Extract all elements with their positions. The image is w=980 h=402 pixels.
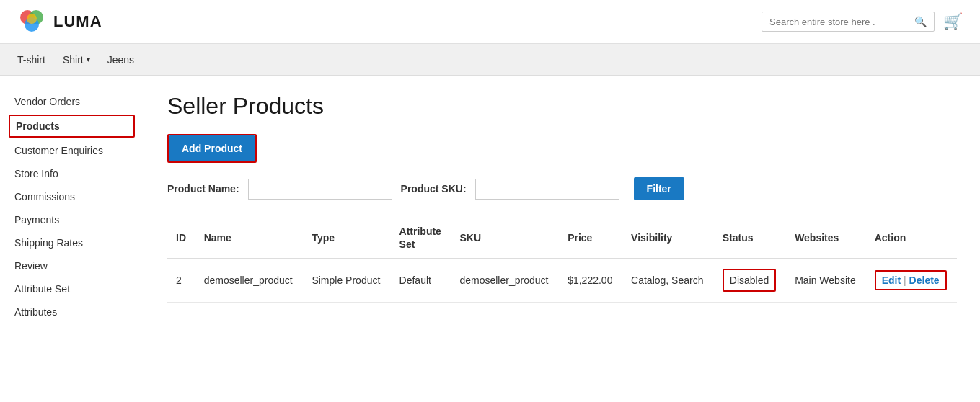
cell-type: Simple Product [303, 259, 390, 303]
products-table: ID Name Type AttributeSet SKU Price Visi… [167, 218, 957, 303]
cell-price: $1,222.00 [559, 259, 622, 303]
sidebar-item-shipping-rates[interactable]: Shipping Rates [0, 231, 144, 254]
sidebar-item-payments[interactable]: Payments [0, 208, 144, 231]
col-type: Type [303, 218, 390, 259]
product-sku-input[interactable] [475, 179, 619, 200]
sidebar-item-commissions[interactable]: Commissions [0, 185, 144, 208]
main-layout: Vendor Orders Products Customer Enquirie… [0, 76, 980, 364]
cart-icon[interactable]: 🛒 [943, 12, 963, 31]
cell-id: 2 [167, 259, 195, 303]
cell-visibility: Catalog, Search [622, 259, 714, 303]
page-title: Seller Products [167, 93, 957, 120]
nav-bar: T-shirt Shirt ▾ Jeens [0, 44, 980, 76]
col-action: Action [866, 218, 957, 259]
search-icon: 🔍 [914, 16, 927, 27]
add-product-button[interactable]: Add Product [169, 135, 255, 161]
logo-text: LUMA [53, 12, 102, 31]
sidebar: Vendor Orders Products Customer Enquirie… [0, 76, 144, 364]
cell-name: demoseller_product [195, 259, 304, 303]
cell-status: Disabled [714, 259, 786, 303]
edit-link[interactable]: Edit [882, 274, 901, 286]
sidebar-item-attributes[interactable]: Attributes [0, 300, 144, 323]
product-name-input[interactable] [248, 179, 392, 200]
main-content: Seller Products Add Product Product Name… [144, 76, 980, 364]
filter-button[interactable]: Filter [634, 177, 684, 200]
logo-area: LUMA [17, 7, 102, 36]
header-right: 🔍 🛒 [762, 12, 963, 32]
col-attribute-set: AttributeSet [391, 218, 451, 259]
delete-link[interactable]: Delete [909, 274, 940, 286]
cell-websites: Main Website [786, 259, 866, 303]
cell-attribute-set: Default [391, 259, 451, 303]
logo-icon [17, 7, 46, 36]
table-row: 2 demoseller_product Simple Product Defa… [167, 259, 957, 303]
sidebar-item-vendor-orders[interactable]: Vendor Orders [0, 90, 144, 113]
status-badge: Disabled [723, 269, 776, 292]
search-box[interactable]: 🔍 [762, 12, 935, 32]
table-header-row: ID Name Type AttributeSet SKU Price Visi… [167, 218, 957, 259]
filter-row: Product Name: Product SKU: Filter [167, 177, 957, 200]
action-separator: | [904, 274, 906, 286]
chevron-down-icon: ▾ [87, 55, 90, 63]
col-status: Status [714, 218, 786, 259]
sidebar-item-products[interactable]: Products [9, 115, 135, 138]
search-input[interactable] [769, 17, 914, 27]
nav-item-shirt[interactable]: Shirt ▾ [63, 45, 90, 74]
sidebar-item-attribute-set[interactable]: Attribute Set [0, 277, 144, 300]
col-visibility: Visibility [622, 218, 714, 259]
col-price: Price [559, 218, 622, 259]
sidebar-item-store-info[interactable]: Store Info [0, 162, 144, 185]
sidebar-item-customer-enquiries[interactable]: Customer Enquiries [0, 139, 144, 162]
action-wrapper: Edit | Delete [875, 270, 947, 290]
add-product-button-wrapper: Add Product [167, 134, 257, 163]
header: LUMA 🔍 🛒 [0, 0, 980, 44]
product-sku-label: Product SKU: [401, 183, 467, 195]
nav-item-tshirt[interactable]: T-shirt [17, 45, 45, 74]
cell-action: Edit | Delete [866, 259, 957, 303]
col-id: ID [167, 218, 195, 259]
nav-item-jeens[interactable]: Jeens [107, 45, 134, 74]
col-name: Name [195, 218, 304, 259]
col-websites: Websites [786, 218, 866, 259]
sidebar-item-review[interactable]: Review [0, 254, 144, 277]
cell-sku: demoseller_product [451, 259, 559, 303]
product-name-label: Product Name: [167, 183, 239, 195]
svg-point-3 [27, 14, 37, 24]
col-sku: SKU [451, 218, 559, 259]
